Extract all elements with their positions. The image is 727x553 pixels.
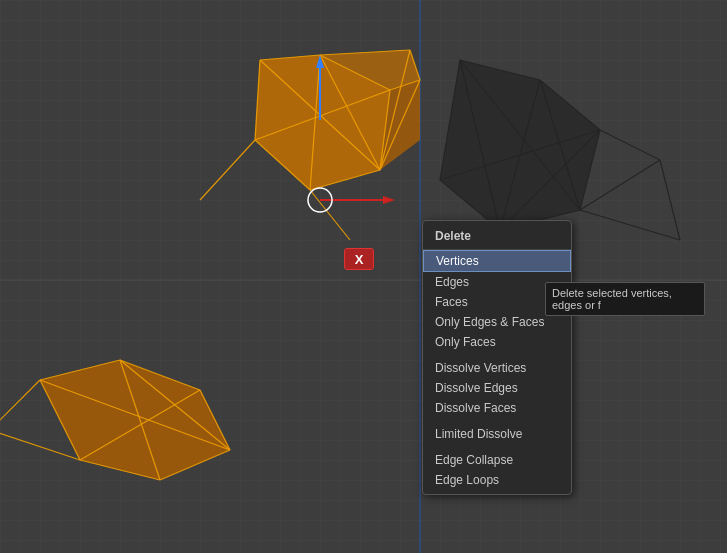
menu-item-dissolve-vertices[interactable]: Dissolve Vertices [423, 358, 571, 378]
menu-item-only-edges-faces[interactable]: Only Edges & Faces [423, 312, 571, 332]
menu-item-edges[interactable]: Edges [423, 272, 571, 292]
menu-item-vertices[interactable]: Vertices [423, 250, 571, 272]
menu-item-dissolve-edges[interactable]: Dissolve Edges [423, 378, 571, 398]
viewport: X Delete Vertices Edges Faces Only Edges… [0, 0, 727, 553]
menu-item-dissolve-faces[interactable]: Dissolve Faces [423, 398, 571, 418]
x-button[interactable]: X [344, 248, 374, 270]
menu-item-edge-collapse[interactable]: Edge Collapse [423, 450, 571, 470]
menu-title: Delete [423, 225, 571, 250]
menu-item-limited-dissolve[interactable]: Limited Dissolve [423, 424, 571, 444]
context-menu: Delete Vertices Edges Faces Only Edges &… [422, 220, 572, 495]
menu-item-edge-loops[interactable]: Edge Loops [423, 470, 571, 490]
menu-item-only-faces[interactable]: Only Faces [423, 332, 571, 352]
menu-item-faces[interactable]: Faces [423, 292, 571, 312]
grid-canvas [0, 0, 727, 553]
x-button-label: X [355, 252, 364, 267]
